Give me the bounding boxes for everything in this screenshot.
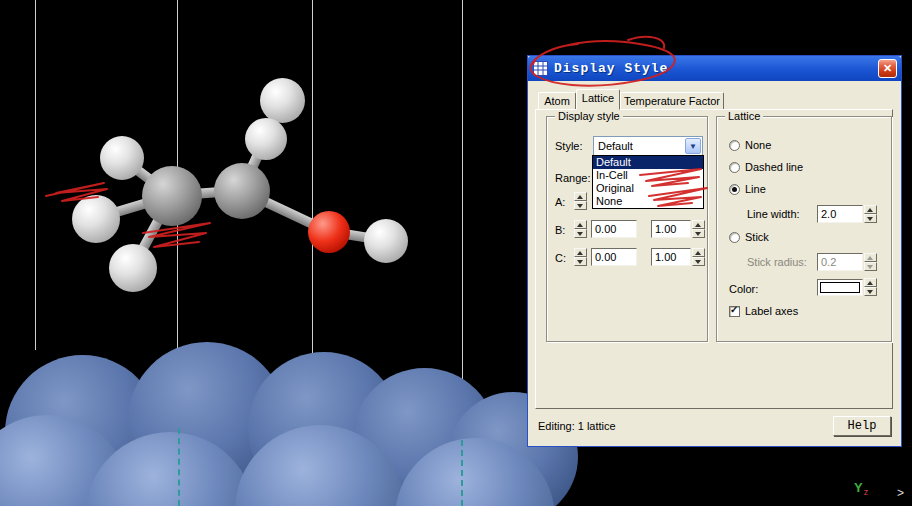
tab-label: Temperature Factor: [624, 95, 720, 107]
range-c-spinner[interactable]: [574, 248, 587, 266]
carbon-atom[interactable]: [142, 166, 202, 226]
help-button[interactable]: Help: [833, 416, 891, 436]
tab-atom[interactable]: Atom: [538, 92, 576, 109]
close-button[interactable]: ✕: [878, 59, 897, 78]
range-b-max-field[interactable]: 1.00: [651, 220, 691, 238]
spinner-down-button[interactable]: [574, 229, 587, 238]
color-swatch: [820, 282, 860, 293]
stick-radius-spinner: [864, 253, 877, 271]
spinner-up-button[interactable]: [692, 248, 705, 257]
check-icon: ✓: [730, 304, 738, 315]
line-width-label: Line width:: [747, 208, 800, 220]
group-label: Display style: [555, 110, 623, 122]
lattice-dashed-segment: [178, 428, 180, 506]
dialog-title: Display Style: [554, 61, 668, 76]
spinner-up-button[interactable]: [864, 278, 877, 287]
range-c-max-spinner[interactable]: [692, 248, 705, 266]
radio-line-label: Line: [745, 183, 766, 195]
radio-none[interactable]: [729, 140, 740, 151]
range-c-min-field[interactable]: 0.00: [591, 248, 637, 266]
hydrogen-atom[interactable]: [364, 219, 408, 263]
radio-stick-label: Stick: [745, 231, 769, 243]
range-b-min-field[interactable]: 0.00: [591, 220, 637, 238]
color-spinner[interactable]: [864, 278, 877, 296]
hydrogen-atom[interactable]: [72, 195, 120, 243]
dropdown-option[interactable]: In-Cell: [593, 169, 703, 182]
lattice-line: [312, 0, 313, 360]
dropdown-option[interactable]: Default: [593, 156, 703, 169]
line-width-spinner[interactable]: [864, 205, 877, 223]
hydrogen-atom[interactable]: [260, 78, 305, 123]
style-dropdown[interactable]: Default ▼: [593, 136, 703, 156]
carbon-atom[interactable]: [214, 163, 270, 219]
range-c-label: C:: [555, 252, 566, 264]
tab-lattice[interactable]: Lattice: [576, 89, 620, 110]
lattice-dashed-segment: [461, 440, 463, 506]
dropdown-option[interactable]: None: [593, 195, 703, 208]
tab-temperature-factor[interactable]: Temperature Factor: [620, 92, 724, 109]
color-swatch-button[interactable]: [817, 279, 863, 296]
spinner-up-button[interactable]: [574, 220, 587, 229]
hydrogen-atom[interactable]: [100, 136, 144, 180]
hydrogen-atom[interactable]: [245, 118, 287, 160]
lattice-line: [35, 0, 36, 350]
dialog-titlebar[interactable]: Display Style ✕: [528, 56, 901, 81]
radio-dashed-line[interactable]: [729, 162, 740, 173]
range-b-max-spinner[interactable]: [692, 220, 705, 238]
dropdown-arrow-button[interactable]: ▼: [685, 138, 701, 154]
spinner-down-button[interactable]: [864, 214, 877, 223]
status-text: Editing: 1 lattice: [538, 420, 616, 432]
application-canvas: Yz > Display Style ✕ Atom Lattice Temper…: [0, 0, 912, 506]
spinner-down-button: [864, 262, 877, 271]
label-axes-checkbox[interactable]: ✓: [729, 306, 740, 317]
stick-radius-field: 0.2: [817, 253, 863, 271]
radio-line[interactable]: [729, 184, 740, 195]
hydrogen-atom[interactable]: [109, 244, 157, 292]
range-a-spinner[interactable]: [574, 192, 587, 210]
spinner-down-button[interactable]: [574, 201, 587, 210]
spinner-up-button[interactable]: [864, 205, 877, 214]
close-icon: ✕: [883, 62, 892, 74]
radio-none-label: None: [745, 139, 771, 151]
axis-indicator: Yz: [854, 478, 867, 496]
spinner-up-button[interactable]: [574, 192, 587, 201]
stick-radius-label: Stick radius:: [747, 256, 807, 268]
spinner-down-button[interactable]: [864, 287, 877, 296]
axis-y-label: Y: [854, 480, 863, 495]
dropdown-option[interactable]: Original: [593, 182, 703, 195]
spinner-down-button[interactable]: [692, 229, 705, 238]
spinner-down-button[interactable]: [692, 257, 705, 266]
tab-label: Lattice: [582, 92, 614, 104]
radio-stick[interactable]: [729, 232, 740, 243]
style-dropdown-value: Default: [598, 140, 633, 152]
line-width-field[interactable]: 2.0: [817, 205, 863, 223]
display-style-group: Display style Style: Default ▼ Range: A:…: [546, 116, 708, 342]
color-label: Color:: [729, 283, 758, 295]
lattice-group: Lattice None Dashed line Line Line width…: [716, 116, 892, 342]
oxygen-atom[interactable]: [308, 211, 350, 253]
spinner-up-button: [864, 253, 877, 262]
range-b-spinner[interactable]: [574, 220, 587, 238]
style-dropdown-list: Default In-Cell Original None: [592, 155, 704, 209]
range-a-label: A:: [555, 196, 565, 208]
spinner-up-button[interactable]: [574, 248, 587, 257]
spinner-up-button[interactable]: [692, 220, 705, 229]
dialog-icon: [533, 61, 548, 76]
radio-dashed-line-label: Dashed line: [745, 161, 803, 173]
display-style-dialog: Display Style ✕ Atom Lattice Temperature…: [527, 55, 902, 447]
range-c-max-field[interactable]: 1.00: [651, 248, 691, 266]
label-axes-label: Label axes: [745, 305, 798, 317]
axis-z-label: z: [864, 487, 869, 497]
group-label: Lattice: [725, 110, 763, 122]
style-label: Style:: [555, 140, 583, 152]
range-label: Range:: [555, 172, 590, 184]
corner-glyph: >: [897, 486, 904, 500]
tab-label: Atom: [544, 95, 570, 107]
chevron-down-icon: ▼: [689, 142, 697, 151]
range-b-label: B:: [555, 224, 565, 236]
spinner-down-button[interactable]: [574, 257, 587, 266]
